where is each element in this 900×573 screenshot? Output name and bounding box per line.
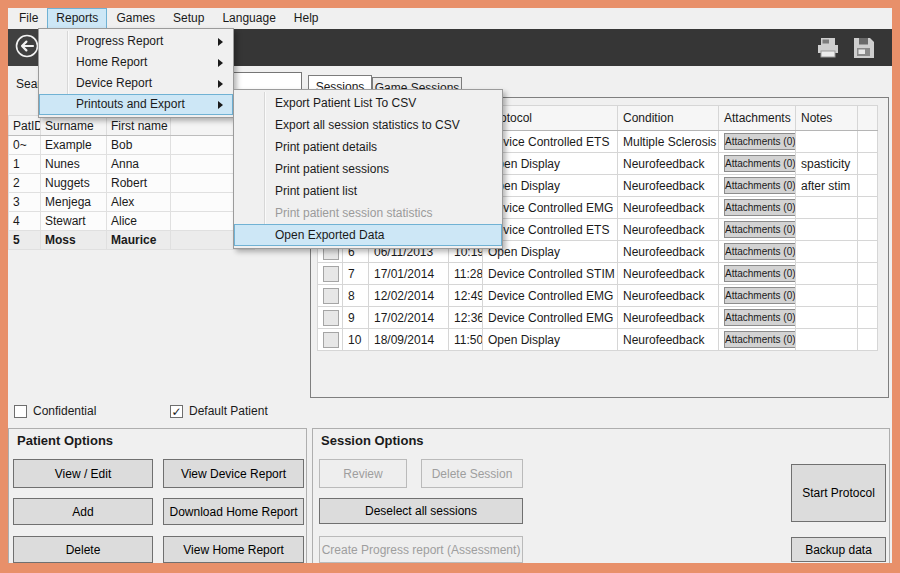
start-protocol-button[interactable]: Start Protocol bbox=[791, 464, 886, 522]
attachments-button[interactable]: Attachments (0) bbox=[724, 155, 796, 172]
attachments-button[interactable]: Attachments (0) bbox=[724, 287, 796, 304]
confidential-checkbox[interactable]: Confidential bbox=[14, 404, 96, 418]
view-edit-button[interactable]: View / Edit bbox=[13, 459, 153, 488]
patient-row[interactable]: 1NunesAnna bbox=[9, 155, 255, 174]
default-patient-checkbox[interactable]: ✓ Default Patient bbox=[170, 404, 268, 418]
patient-table: PatID Surname First name 0~ExampleBob 1N… bbox=[8, 115, 255, 250]
back-arrow-icon bbox=[13, 32, 41, 64]
column-header-first-name[interactable]: First name bbox=[107, 116, 171, 136]
backup-data-button[interactable]: Backup data bbox=[791, 537, 886, 562]
menu-bar: File Reports Games Setup Language Help bbox=[8, 8, 892, 29]
menu-file[interactable]: File bbox=[10, 8, 47, 29]
session-row[interactable]: 1018/09/201411:50 Open DisplayNeurofeedb… bbox=[318, 329, 878, 351]
patient-row[interactable]: 4StewartAlice bbox=[9, 212, 255, 231]
menu-games[interactable]: Games bbox=[107, 8, 164, 29]
view-home-report-button[interactable]: View Home Report bbox=[163, 536, 304, 563]
attachments-button[interactable]: Attachments (0) bbox=[724, 309, 796, 326]
menu-item-device-report[interactable]: Device Report bbox=[39, 73, 233, 94]
delete-session-button: Delete Session bbox=[421, 459, 523, 488]
patient-row[interactable]: 0~ExampleBob bbox=[9, 136, 255, 155]
patient-row-selected[interactable]: 5MossMaurice bbox=[9, 231, 255, 250]
save-icon[interactable] bbox=[851, 36, 879, 60]
menu-setup[interactable]: Setup bbox=[164, 8, 213, 29]
session-checkbox[interactable] bbox=[323, 266, 339, 282]
session-checkbox[interactable] bbox=[323, 288, 339, 304]
delete-button[interactable]: Delete bbox=[13, 536, 153, 563]
menu-item-print-patient-sessions[interactable]: Print patient sessions bbox=[234, 158, 502, 180]
patient-options-title: Patient Options bbox=[17, 433, 113, 448]
attachments-button[interactable]: Attachments (0) bbox=[724, 177, 796, 194]
patient-row[interactable]: 3MenjegaAlex bbox=[9, 193, 255, 212]
session-row[interactable]: 917/02/201412:36 Device Controlled EMGNe… bbox=[318, 307, 878, 329]
menu-item-print-session-statistics: Print patient session statistics bbox=[234, 202, 502, 224]
column-header-notes[interactable]: Notes bbox=[796, 106, 858, 131]
review-button: Review bbox=[319, 459, 407, 488]
patient-row[interactable]: 2NuggetsRobert bbox=[9, 174, 255, 193]
view-device-report-button[interactable]: View Device Report bbox=[163, 459, 304, 488]
attachments-button[interactable]: Attachments (0) bbox=[724, 133, 796, 150]
export-submenu: Export Patient List To CSV Export all se… bbox=[233, 89, 503, 249]
submenu-arrow-icon bbox=[218, 101, 223, 109]
session-row[interactable]: 717/01/201411:28 Device Controlled STIMN… bbox=[318, 263, 878, 285]
menu-language[interactable]: Language bbox=[213, 8, 284, 29]
patient-table-header: PatID Surname First name bbox=[9, 116, 255, 136]
menu-item-printouts-and-export[interactable]: Printouts and Export bbox=[39, 94, 233, 115]
attachments-button[interactable]: Attachments (0) bbox=[724, 243, 796, 260]
attachments-button[interactable]: Attachments (0) bbox=[724, 221, 796, 238]
menu-item-export-session-stats-csv[interactable]: Export all session statistics to CSV bbox=[234, 114, 502, 136]
patient-options-group: Patient Options View / Edit View Device … bbox=[8, 428, 307, 564]
add-button[interactable]: Add bbox=[13, 498, 153, 525]
menu-item-print-patient-list[interactable]: Print patient list bbox=[234, 180, 502, 202]
menu-item-export-patient-list-csv[interactable]: Export Patient List To CSV bbox=[234, 92, 502, 114]
menu-help[interactable]: Help bbox=[285, 8, 328, 29]
session-checkbox[interactable] bbox=[323, 310, 339, 326]
menu-item-progress-report[interactable]: Progress Report bbox=[39, 31, 233, 52]
session-options-group: Session Options Review Delete Session De… bbox=[312, 428, 890, 564]
attachments-button[interactable]: Attachments (0) bbox=[724, 265, 796, 282]
download-home-report-button[interactable]: Download Home Report bbox=[163, 498, 304, 525]
column-header-patid[interactable]: PatID bbox=[9, 116, 41, 136]
checkbox-unchecked-icon bbox=[14, 405, 27, 418]
reports-dropdown-menu: Progress Report Home Report Device Repor… bbox=[38, 28, 234, 118]
print-icon[interactable] bbox=[814, 36, 842, 60]
confidential-label: Confidential bbox=[33, 404, 96, 418]
session-row[interactable]: 812/02/201412:49 Device Controlled EMGNe… bbox=[318, 285, 878, 307]
menu-item-open-exported-data[interactable]: Open Exported Data bbox=[234, 224, 502, 246]
app-window: File Reports Games Setup Language Help bbox=[0, 0, 900, 573]
session-checkbox[interactable] bbox=[323, 332, 339, 348]
submenu-arrow-icon bbox=[218, 80, 223, 88]
session-options-title: Session Options bbox=[321, 433, 424, 448]
deselect-all-sessions-button[interactable]: Deselect all sessions bbox=[319, 498, 523, 524]
column-header-attachments[interactable]: Attachments bbox=[719, 106, 796, 131]
submenu-arrow-icon bbox=[218, 59, 223, 67]
menu-item-home-report[interactable]: Home Report bbox=[39, 52, 233, 73]
default-patient-label: Default Patient bbox=[189, 404, 268, 418]
create-progress-report-button: Create Progress report (Assessment) bbox=[319, 536, 523, 563]
checkbox-checked-icon: ✓ bbox=[170, 405, 183, 418]
column-header-surname[interactable]: Surname bbox=[41, 116, 107, 136]
attachments-button[interactable]: Attachments (0) bbox=[724, 199, 796, 216]
column-header-condition[interactable]: Condition bbox=[618, 106, 719, 131]
menu-reports[interactable]: Reports bbox=[47, 8, 107, 29]
menu-item-print-patient-details[interactable]: Print patient details bbox=[234, 136, 502, 158]
attachments-button[interactable]: Attachments (0) bbox=[724, 331, 796, 348]
submenu-arrow-icon bbox=[218, 38, 223, 46]
